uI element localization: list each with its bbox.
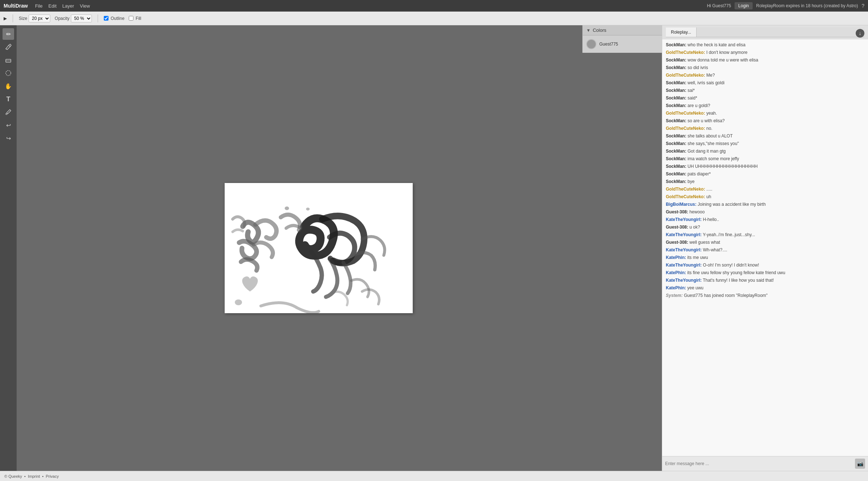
message-sender: KatePhin:	[666, 285, 686, 290]
message-text: That's funny! I like how you said that!	[702, 278, 774, 283]
message-sender: KatePhin:	[666, 270, 686, 275]
chat-message: SockMan: sai*	[666, 87, 864, 94]
help-button[interactable]: ?	[861, 3, 864, 9]
message-sender: SockMan:	[666, 42, 686, 47]
message-sender: Guest-308:	[666, 240, 688, 245]
fill-label: Fill	[136, 16, 141, 21]
chat-message: GoldTheCuteNeko: uh	[666, 193, 864, 200]
chat-message: KatePhin: its me uwu	[666, 254, 864, 261]
footer-separator-2: •	[42, 474, 44, 478]
message-sender: KateTheYoungirl:	[666, 247, 702, 252]
message-text: yee uwu	[686, 285, 703, 290]
message-sender: GoldTheCuteNeko:	[666, 194, 705, 199]
message-text: UH UHHHHHHHHHHHHHHHHHHH	[686, 164, 758, 169]
message-sender: SockMan:	[666, 95, 686, 101]
message-sender: KateTheYoungirl:	[666, 232, 702, 237]
chat-message: KatePhin: yee uwu	[666, 285, 864, 291]
guest-area: Guest775	[583, 35, 662, 53]
chat-input[interactable]	[665, 461, 853, 466]
message-text: no.	[705, 126, 712, 131]
eyedropper-tool[interactable]	[3, 106, 14, 118]
app-name: MultiDraw	[4, 3, 28, 9]
opacity-control: Opacity 50 %	[55, 14, 92, 22]
message-text: u ok?	[688, 225, 700, 230]
message-text: O-oh! I'm sorry! I didn't know!	[702, 263, 759, 268]
opacity-select[interactable]: 50 %	[71, 14, 92, 22]
message-text: wow donna told me u were with elisa	[686, 58, 758, 63]
message-text: said*	[686, 95, 697, 101]
user-greeting: Hi Guest775	[707, 3, 731, 8]
message-text: Me?	[705, 73, 715, 78]
message-text: ima watch some more jeffy	[686, 156, 739, 161]
drawing-canvas[interactable]	[225, 183, 413, 313]
chat-message: GoldTheCuteNeko: yeah.	[666, 110, 864, 116]
footer: © Queeky • Imprint • Privacy	[0, 471, 868, 481]
fill-checkbox[interactable]	[129, 16, 133, 21]
message-text: hewooo	[688, 209, 705, 214]
svg-point-3	[6, 113, 7, 115]
chat-message: SockMan: are u goldi?	[666, 102, 864, 109]
size-label: Size	[19, 16, 27, 21]
colors-header[interactable]: ▼ Colors	[583, 25, 662, 35]
canvas-area[interactable]: ▼ Colors Guest775	[17, 25, 662, 471]
chat-message: GoldTheCuteNeko: no.	[666, 125, 864, 132]
imprint-link[interactable]: Imprint	[28, 474, 40, 478]
chat-message: KateTheYoungirl: O-oh! I'm sorry! I didn…	[666, 262, 864, 268]
menu-edit[interactable]: Edit	[48, 3, 56, 9]
canvas-svg	[225, 183, 413, 313]
menu-view[interactable]: View	[80, 3, 90, 9]
message-sender: SockMan:	[666, 141, 686, 146]
outline-label: Outline	[111, 16, 124, 21]
message-text: Joining was a accident like my birth	[697, 202, 766, 207]
message-sender: SockMan:	[666, 118, 686, 123]
message-sender: Guest-308:	[666, 225, 688, 230]
fill-control: Fill	[129, 16, 141, 21]
redo-tool[interactable]: ↪	[3, 132, 14, 144]
privacy-link[interactable]: Privacy	[46, 474, 59, 478]
message-text: who the heck is kate and elisa	[686, 42, 745, 47]
message-text: pats diaper*	[686, 171, 711, 176]
chat-message: SockMan: wow donna told me u were with e…	[666, 57, 864, 63]
message-sender: SockMan:	[666, 164, 686, 169]
message-text: Wh-what?....	[702, 247, 727, 252]
message-sender: SockMan:	[666, 80, 686, 85]
menu-file[interactable]: File	[35, 3, 43, 9]
message-text: its me uwu	[686, 255, 708, 260]
message-text: well, ivris sais goldi	[686, 80, 724, 85]
message-sender: SockMan:	[666, 88, 686, 93]
play-tool[interactable]: ▶	[4, 16, 7, 21]
chat-messages: SockMan: who the heck is kate and elisaG…	[662, 39, 868, 456]
chat-message: SockMan: well, ivris sais goldi	[666, 80, 864, 86]
guest-avatar	[586, 39, 596, 49]
message-sender: KateTheYoungirl:	[666, 263, 702, 268]
undo-tool[interactable]: ↩	[3, 119, 14, 131]
message-text: well guess what	[688, 240, 720, 245]
chat-message: GoldTheCuteNeko: Me?	[666, 72, 864, 78]
message-sender: KateTheYoungirl:	[666, 278, 702, 283]
menu-layer[interactable]: Layer	[62, 3, 74, 9]
hand-tool[interactable]: ✋	[3, 80, 14, 92]
camera-button[interactable]: 📷	[855, 459, 865, 469]
eraser-tool[interactable]	[3, 54, 14, 66]
main-layout: ✏ ✋ T ↩ ↪	[0, 25, 868, 471]
svg-point-2	[6, 71, 11, 76]
outline-checkbox[interactable]	[104, 16, 109, 21]
message-sender: GoldTheCuteNeko:	[666, 73, 705, 78]
size-select[interactable]: 20 px	[29, 14, 50, 22]
lasso-tool[interactable]	[3, 67, 14, 79]
chat-message: SockMan: Got dang it man gtg	[666, 148, 864, 154]
pen-tool[interactable]: ✏	[3, 28, 14, 40]
scroll-to-bottom-button[interactable]: ↓	[856, 29, 864, 38]
message-text: so are u with elisa?	[686, 118, 725, 123]
chat-message: KateTheYoungirl: H-hello..	[666, 216, 864, 223]
message-text: so did ivris	[686, 65, 708, 70]
text-tool[interactable]: T	[3, 93, 14, 105]
message-text: she talks about u ALOT	[686, 133, 733, 139]
chat-message: Guest-308: u ok?	[666, 224, 864, 230]
message-sender: SockMan:	[666, 149, 686, 154]
message-text: bye	[686, 179, 695, 184]
chat-message: SockMan: pats diaper*	[666, 171, 864, 177]
chat-tab-roleplay[interactable]: Roleplay...	[666, 27, 697, 37]
brush-tool[interactable]	[3, 41, 14, 53]
login-button[interactable]: Login	[735, 2, 752, 9]
